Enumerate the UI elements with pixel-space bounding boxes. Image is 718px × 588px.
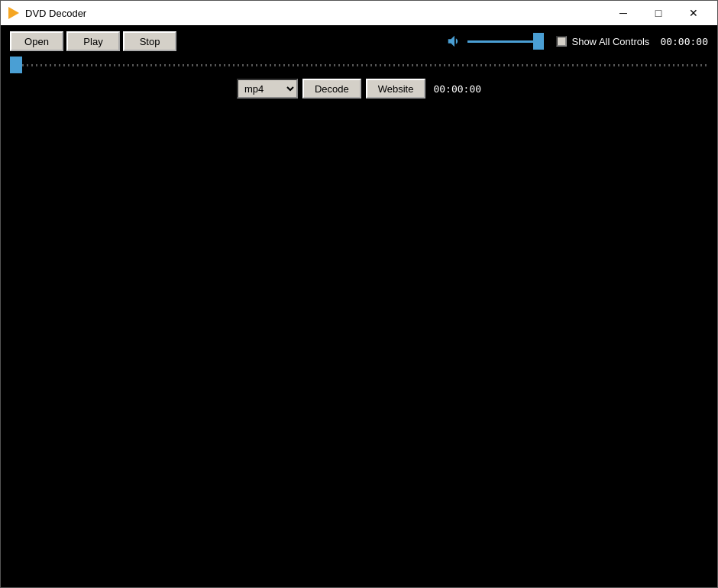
volume-section [446, 33, 544, 50]
video-area [10, 99, 708, 581]
volume-thumb[interactable] [533, 33, 544, 50]
decode-button[interactable]: Decode [302, 79, 361, 99]
open-button[interactable]: Open [10, 31, 63, 51]
progress-bar-container[interactable] [10, 56, 708, 74]
controls-row: Open Play Stop Show [10, 31, 708, 51]
volume-track [467, 40, 544, 43]
app-icon [7, 6, 21, 20]
second-controls-row: mp4 avi mkv mov Decode Website 00:00:00 [10, 79, 708, 99]
time-display-1: 00:00:00 [660, 36, 708, 47]
main-window: DVD Decoder ─ □ ✕ Open Play Stop [0, 0, 718, 588]
play-triangle-icon [8, 7, 19, 19]
content-area: Open Play Stop Show [1, 25, 717, 587]
time-display-2: 00:00:00 [433, 83, 481, 95]
show-all-controls-checkbox[interactable] [556, 36, 567, 47]
progress-dots [22, 61, 708, 69]
play-button[interactable]: Play [66, 31, 120, 51]
progress-thumb[interactable] [10, 57, 22, 73]
format-select[interactable]: mp4 avi mkv mov [237, 79, 298, 99]
title-bar: DVD Decoder ─ □ ✕ [1, 1, 717, 25]
title-controls: ─ □ ✕ [606, 1, 711, 25]
progress-section [10, 56, 708, 74]
maximize-button[interactable]: □ [641, 1, 676, 25]
show-all-controls-section: Show All Controls [556, 36, 649, 47]
window-title: DVD Decoder [25, 8, 606, 19]
speaker-icon [446, 33, 463, 50]
close-button[interactable]: ✕ [676, 1, 711, 25]
website-button[interactable]: Website [366, 79, 426, 99]
stop-button[interactable]: Stop [123, 31, 176, 51]
progress-dots-visual [22, 64, 708, 66]
volume-slider[interactable] [467, 34, 544, 49]
show-all-controls-label: Show All Controls [571, 36, 649, 47]
minimize-button[interactable]: ─ [606, 1, 641, 25]
